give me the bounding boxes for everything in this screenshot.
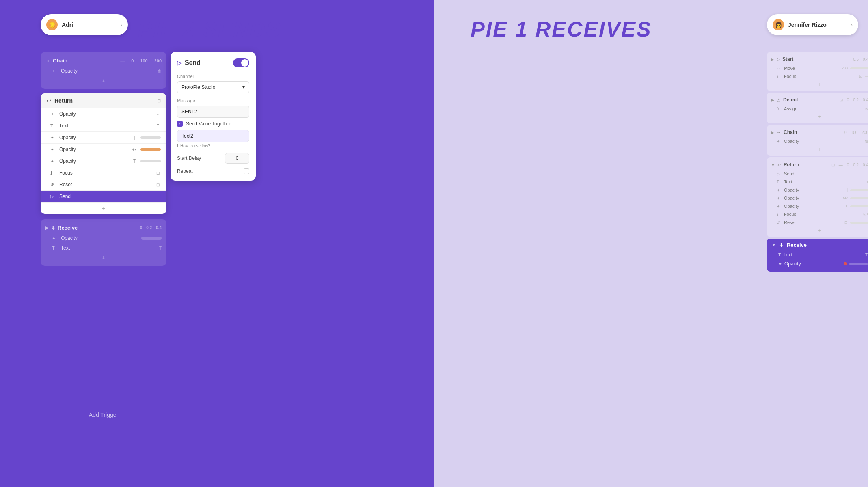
return-add-right[interactable]: + bbox=[767, 226, 868, 235]
send-panel-label: Send bbox=[185, 59, 201, 67]
return-item-opacity1[interactable]: ✦ Opacity ○ bbox=[41, 108, 166, 120]
receive-opacity-icon: ✦ bbox=[52, 236, 58, 241]
start-focus-item: ℹ Focus ⊡ — bbox=[767, 72, 868, 80]
return-item-reset[interactable]: ↺ Reset ⊡ bbox=[41, 179, 166, 191]
receive-hl-label: Receive bbox=[787, 242, 807, 248]
return-item-send[interactable]: ▷ Send bbox=[41, 191, 166, 203]
receive-label-left: Receive bbox=[58, 225, 138, 231]
right-panel: 👩 Jennifer Rizzo › PIE 1 RECEIVES ▶ ▷ St… bbox=[434, 0, 868, 487]
send-value-label: Send Value Together bbox=[186, 121, 231, 127]
ri-reset-icon: ↺ bbox=[50, 182, 56, 187]
return-header-right: ▼ ↩ Return ⊡ — 0 0.2 0.4 bbox=[767, 160, 868, 170]
left-title: PIE 2 SENDS bbox=[138, 17, 282, 41]
help-link[interactable]: ℹ How to use this? bbox=[177, 144, 249, 148]
receive-header-left: ▶ ⬇ Receive 0 0.2 0.4 bbox=[41, 222, 166, 233]
user-name-right: Jennifer Rizzo bbox=[788, 22, 846, 28]
opacity-icon-chain: ✦ bbox=[52, 69, 58, 74]
start-delay-label: Start Delay bbox=[177, 155, 201, 161]
chain-opacity-right: ✦ Opacity 🗑 bbox=[767, 137, 868, 145]
return-item-opacity2[interactable]: ✦ Opacity | bbox=[41, 132, 166, 144]
receive-hl-opacity: ✦ Opacity bbox=[770, 259, 868, 268]
detect-section: ▶ ◎ Detect ⊡ 0 0.2 0.4 fx Assign ⊠ + bbox=[767, 93, 868, 123]
r-reset-bar bbox=[850, 222, 868, 224]
chain-header: ↔ Chain — 0 100 200 bbox=[41, 55, 166, 66]
send-value-checkbox[interactable]: ✓ bbox=[177, 121, 183, 127]
opacity4-bar bbox=[140, 160, 161, 162]
return-opacity2-right: ✦ Opacity Mx bbox=[767, 194, 868, 202]
return-icon: ↩ bbox=[46, 97, 51, 104]
return-item-text[interactable]: T Text T bbox=[41, 120, 166, 132]
phone-mockup-right: 👩 Jennifer Rizzo › bbox=[767, 14, 858, 35]
opacity-dot-red bbox=[844, 262, 847, 265]
detect-add[interactable]: + bbox=[767, 113, 868, 121]
r-opacity3-bar bbox=[850, 205, 868, 207]
text2-input[interactable]: Text2 bbox=[177, 130, 249, 142]
message-input[interactable]: SENT2 bbox=[177, 106, 249, 118]
move-bar bbox=[850, 67, 868, 69]
detect-header: ▶ ◎ Detect ⊡ 0 0.2 0.4 bbox=[767, 95, 868, 105]
receive-highlighted-header: ▼ ⬇ Receive bbox=[770, 242, 868, 250]
return-item-opacity4[interactable]: ✦ Opacity T bbox=[41, 155, 166, 167]
right-trigger-area: ▶ ▷ Start — 0.5 0.4 ↔ Move 200 ℹ Focus ⊡… bbox=[767, 52, 868, 272]
receive-text-left: T Text T bbox=[41, 243, 166, 253]
start-delay-row: Start Delay 0 bbox=[177, 153, 249, 164]
channel-label: Channel bbox=[177, 74, 249, 79]
return-item-focus[interactable]: ℹ Focus ⊡ bbox=[41, 167, 166, 179]
chain-icon: ↔ bbox=[45, 58, 50, 64]
repeat-row: Repeat bbox=[177, 168, 249, 174]
chain-header-right: ▶ ↔ Chain — 0 100 200 bbox=[767, 127, 868, 137]
start-move-item: ↔ Move 200 bbox=[767, 64, 868, 72]
start-header: ▶ ▷ Start — 0.5 0.4 bbox=[767, 54, 868, 64]
r-opacity1-bar bbox=[850, 189, 868, 191]
return-focus-right: ℹ Focus ⊡+ bbox=[767, 210, 868, 218]
ri-opacity1-icon: ✦ bbox=[50, 112, 56, 117]
receive-hl-icon: ⬇ bbox=[779, 242, 784, 248]
message-label: Message bbox=[177, 98, 249, 103]
receive-add-left[interactable]: + bbox=[41, 253, 166, 263]
chevron-right-right[interactable]: › bbox=[851, 22, 853, 28]
chain-opacity-item: ✦ Opacity 🗑 bbox=[41, 66, 166, 76]
phone-mockup-left: 😊 Adri › bbox=[41, 14, 128, 35]
receive-text-icon: T bbox=[52, 246, 58, 250]
return-send-right: ▷ Send — bbox=[767, 170, 868, 178]
return-add-button[interactable]: + bbox=[41, 203, 166, 214]
opacity3-bar bbox=[140, 148, 161, 151]
channel-chevron: ▾ bbox=[242, 84, 245, 90]
return-text-right: T Text T bbox=[767, 178, 868, 186]
chain-add-button[interactable]: + bbox=[41, 76, 166, 86]
opacity-hl-bar bbox=[849, 263, 868, 265]
return-expand-icon[interactable]: ⊡ bbox=[157, 98, 161, 103]
send-panel-title: ▷ Send bbox=[177, 59, 201, 67]
return-opacity3-right: ✦ Opacity T bbox=[767, 202, 868, 210]
ri-text-icon: T bbox=[50, 123, 56, 128]
return-item-opacity3[interactable]: ✦ Opacity +ε bbox=[41, 144, 166, 155]
receive-highlighted: ▼ ⬇ Receive T Text T ✦ Opacity bbox=[767, 239, 868, 272]
receive-icon-left: ⬇ bbox=[51, 225, 55, 231]
send-value-together-row[interactable]: ✓ Send Value Together bbox=[177, 121, 249, 127]
repeat-checkbox[interactable] bbox=[244, 168, 249, 174]
start-section: ▶ ▷ Start — 0.5 0.4 ↔ Move 200 ℹ Focus ⊡… bbox=[767, 52, 868, 91]
send-toggle[interactable] bbox=[233, 58, 249, 67]
avatar-left: 😊 bbox=[46, 19, 58, 30]
start-delay-input[interactable]: 0 bbox=[225, 153, 249, 164]
right-title: PIE 1 RECEIVES bbox=[471, 17, 652, 41]
receive-opacity-bar bbox=[141, 237, 162, 240]
receive-toggle-left[interactable]: ▶ bbox=[45, 226, 49, 230]
ri-opacity4-icon: ✦ bbox=[50, 159, 56, 164]
add-trigger-button[interactable]: Add Trigger bbox=[41, 407, 166, 422]
user-name-left: Adri bbox=[62, 22, 116, 28]
chain-label: Chain bbox=[53, 58, 118, 64]
receive-opacity-left: ✦ Opacity — bbox=[41, 233, 166, 243]
channel-select[interactable]: ProtoPie Studio ▾ bbox=[177, 81, 249, 93]
receive-hl-text: T Text T bbox=[770, 250, 868, 259]
return-section-right: ▼ ↩ Return ⊡ — 0 0.2 0.4 ▷ Send — T Text bbox=[767, 157, 868, 237]
chain-section-right: ▶ ↔ Chain — 0 100 200 ✦ Opacity 🗑 + bbox=[767, 125, 868, 156]
ri-send-icon: ▷ bbox=[50, 194, 56, 199]
return-label: Return bbox=[54, 97, 154, 104]
chevron-right-left[interactable]: › bbox=[120, 22, 122, 28]
start-add[interactable]: + bbox=[767, 80, 868, 88]
send-panel-header: ▷ Send bbox=[177, 58, 249, 67]
receive-section-left: ▶ ⬇ Receive 0 0.2 0.4 ✦ Opacity — T Text… bbox=[41, 219, 166, 266]
return-block: ↩ Return ⊡ ✦ Opacity ○ T Text T ✦ Opacit… bbox=[41, 93, 166, 214]
chain-add-right[interactable]: + bbox=[767, 145, 868, 153]
